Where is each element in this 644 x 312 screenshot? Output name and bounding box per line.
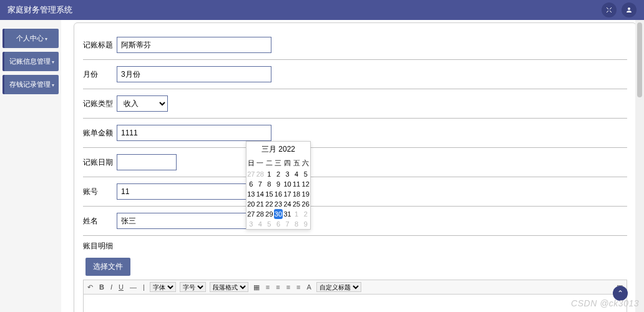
dp-day[interactable]: 3 bbox=[246, 219, 256, 229]
dp-day[interactable]: 16 bbox=[274, 189, 283, 199]
sidebar-item-label: 记账信息管理 bbox=[9, 57, 51, 65]
name-label: 姓名 bbox=[83, 216, 117, 227]
title-label: 记账标题 bbox=[83, 40, 117, 51]
amount-label: 账单金额 bbox=[83, 128, 117, 139]
dp-day[interactable]: 4 bbox=[256, 219, 265, 229]
align-center-icon[interactable]: ≡ bbox=[275, 283, 281, 291]
chevron-up-icon: ⌃ bbox=[617, 289, 623, 298]
dp-day[interactable]: 27 bbox=[246, 169, 256, 179]
month-label: 月份 bbox=[83, 69, 117, 80]
dp-day[interactable]: 19 bbox=[301, 189, 310, 199]
dp-day[interactable]: 3 bbox=[283, 169, 292, 179]
dp-day[interactable]: 31 bbox=[283, 209, 292, 219]
amount-input[interactable] bbox=[117, 125, 271, 141]
dp-day[interactable]: 1 bbox=[292, 209, 301, 219]
dp-day[interactable]: 25 bbox=[292, 199, 301, 209]
dp-day[interactable]: 5 bbox=[265, 219, 274, 229]
sidebar-item-label: 个人中心 bbox=[16, 34, 44, 42]
dp-day[interactable]: 22 bbox=[265, 199, 274, 209]
dp-day[interactable]: 12 bbox=[301, 179, 310, 189]
font-select[interactable]: 字体 bbox=[150, 282, 176, 292]
dp-dow: 日 bbox=[246, 157, 256, 169]
dp-day[interactable]: 28 bbox=[256, 209, 265, 219]
scroll-top-button[interactable]: ⌃ bbox=[613, 286, 628, 301]
dp-day[interactable]: 17 bbox=[283, 189, 292, 199]
title-input[interactable] bbox=[117, 37, 271, 53]
dp-day[interactable]: 8 bbox=[265, 179, 274, 189]
dp-day[interactable]: 6 bbox=[246, 179, 256, 189]
datepicker-title: 三月 2022 bbox=[246, 142, 310, 157]
dp-dow: 三 bbox=[274, 157, 283, 169]
dp-day[interactable]: 5 bbox=[301, 169, 310, 179]
fullscreen-button[interactable] bbox=[602, 2, 617, 17]
acct-label: 账号 bbox=[83, 187, 117, 197]
align-left-icon[interactable]: ≡ bbox=[265, 283, 271, 291]
dp-day[interactable]: 13 bbox=[246, 189, 256, 199]
dp-dow: 六 bbox=[301, 157, 310, 169]
sidebar-item-personal[interactable]: 个人中心 bbox=[2, 29, 59, 48]
app-title: 家庭财务管理系统 bbox=[7, 4, 72, 16]
divider-icon: | bbox=[142, 283, 146, 291]
dp-dow: 一 bbox=[256, 157, 265, 169]
form-card: 记账标题 月份 记账类型 收入 账单金额 记账日期 账号 bbox=[74, 22, 637, 312]
date-input[interactable] bbox=[117, 154, 177, 170]
dp-day[interactable]: 21 bbox=[256, 199, 265, 209]
dp-day[interactable]: 7 bbox=[256, 179, 265, 189]
table-icon[interactable]: ▦ bbox=[252, 283, 261, 291]
dp-day[interactable]: 1 bbox=[265, 169, 274, 179]
dp-day[interactable]: 23 bbox=[274, 199, 283, 209]
dp-day[interactable]: 30 bbox=[274, 209, 283, 219]
dp-day[interactable]: 2 bbox=[301, 209, 310, 219]
dp-day[interactable]: 6 bbox=[274, 219, 283, 229]
topbar-actions bbox=[602, 2, 637, 17]
dp-day[interactable]: 14 bbox=[256, 189, 265, 199]
dp-day[interactable]: 26 bbox=[301, 199, 310, 209]
svg-point-0 bbox=[628, 7, 630, 10]
dp-day[interactable]: 8 bbox=[292, 219, 301, 229]
custom-select[interactable]: 自定义标题 bbox=[316, 282, 361, 292]
align-justify-icon[interactable]: ≡ bbox=[295, 283, 301, 291]
dp-day[interactable]: 7 bbox=[283, 219, 292, 229]
dp-day[interactable]: 28 bbox=[256, 169, 265, 179]
dp-dow: 二 bbox=[265, 157, 274, 169]
dp-day[interactable]: 24 bbox=[283, 199, 292, 209]
sidebar: 个人中心 记账信息管理 存钱记录管理 bbox=[0, 20, 61, 312]
dp-day[interactable]: 9 bbox=[274, 179, 283, 189]
dp-day[interactable]: 20 bbox=[246, 199, 256, 209]
editor-toolbar: ↶ B I U — | 字体 字号 段落格式 ▦ ≡ ≡ ≡ ≡ A 自定义标题… bbox=[83, 280, 627, 295]
bold-icon[interactable]: B bbox=[98, 283, 105, 291]
dp-day[interactable]: 2 bbox=[274, 169, 283, 179]
strike-icon[interactable]: — bbox=[129, 283, 138, 291]
dp-day[interactable]: 9 bbox=[301, 219, 310, 229]
dp-day[interactable]: 15 bbox=[265, 189, 274, 199]
sidebar-item-ledger[interactable]: 记账信息管理 bbox=[2, 52, 59, 71]
font-color-icon[interactable]: A bbox=[306, 283, 313, 291]
choose-file-button[interactable]: 选择文件 bbox=[85, 258, 130, 276]
user-button[interactable] bbox=[622, 2, 637, 17]
dp-day[interactable]: 18 bbox=[292, 189, 301, 199]
type-label: 记账类型 bbox=[83, 99, 117, 109]
italic-icon[interactable]: I bbox=[109, 283, 114, 291]
expand-icon bbox=[605, 6, 613, 14]
dp-dow: 五 bbox=[292, 157, 301, 169]
dp-day[interactable]: 11 bbox=[292, 179, 301, 189]
underline-icon[interactable]: U bbox=[117, 283, 125, 291]
date-label: 记账日期 bbox=[83, 157, 117, 168]
scrollbar-thumb[interactable] bbox=[637, 22, 642, 97]
dp-dow: 四 bbox=[283, 157, 292, 169]
dp-day[interactable]: 4 bbox=[292, 169, 301, 179]
detail-label: 账目明细 bbox=[83, 236, 627, 255]
align-right-icon[interactable]: ≡ bbox=[285, 283, 291, 291]
dp-day[interactable]: 10 bbox=[283, 179, 292, 189]
para-select[interactable]: 段落格式 bbox=[210, 282, 248, 292]
size-select[interactable]: 字号 bbox=[180, 282, 206, 292]
topbar: 家庭财务管理系统 bbox=[0, 0, 644, 20]
month-input[interactable] bbox=[117, 66, 271, 82]
dp-day[interactable]: 29 bbox=[265, 209, 274, 219]
sidebar-item-savings[interactable]: 存钱记录管理 bbox=[2, 75, 59, 94]
type-select[interactable]: 收入 bbox=[117, 95, 168, 112]
editor-textarea[interactable] bbox=[83, 295, 627, 312]
dp-day[interactable]: 27 bbox=[246, 209, 256, 219]
datepicker[interactable]: 三月 2022 日一二三四五六 272812345678910111213141… bbox=[246, 141, 311, 230]
undo-icon[interactable]: ↶ bbox=[86, 283, 94, 291]
